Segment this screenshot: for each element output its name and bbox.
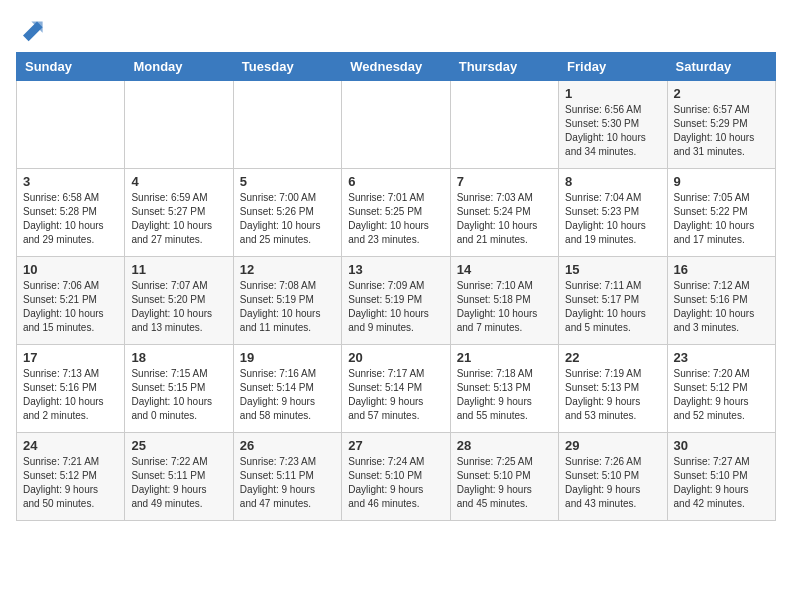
day-info: Sunrise: 7:23 AM Sunset: 5:11 PM Dayligh… (240, 455, 335, 511)
day-number: 22 (565, 350, 660, 365)
calendar-cell: 11Sunrise: 7:07 AM Sunset: 5:20 PM Dayli… (125, 257, 233, 345)
day-number: 19 (240, 350, 335, 365)
day-info: Sunrise: 6:59 AM Sunset: 5:27 PM Dayligh… (131, 191, 226, 247)
day-number: 12 (240, 262, 335, 277)
day-info: Sunrise: 7:12 AM Sunset: 5:16 PM Dayligh… (674, 279, 769, 335)
day-number: 6 (348, 174, 443, 189)
day-info: Sunrise: 7:25 AM Sunset: 5:10 PM Dayligh… (457, 455, 552, 511)
logo-icon (16, 16, 44, 44)
day-info: Sunrise: 7:15 AM Sunset: 5:15 PM Dayligh… (131, 367, 226, 423)
calendar-cell: 9Sunrise: 7:05 AM Sunset: 5:22 PM Daylig… (667, 169, 775, 257)
weekday-header-friday: Friday (559, 53, 667, 81)
calendar-cell: 14Sunrise: 7:10 AM Sunset: 5:18 PM Dayli… (450, 257, 558, 345)
day-info: Sunrise: 7:08 AM Sunset: 5:19 PM Dayligh… (240, 279, 335, 335)
day-number: 2 (674, 86, 769, 101)
day-number: 4 (131, 174, 226, 189)
calendar-cell: 13Sunrise: 7:09 AM Sunset: 5:19 PM Dayli… (342, 257, 450, 345)
logo (16, 16, 48, 44)
weekday-header-monday: Monday (125, 53, 233, 81)
day-info: Sunrise: 7:00 AM Sunset: 5:26 PM Dayligh… (240, 191, 335, 247)
calendar-cell: 7Sunrise: 7:03 AM Sunset: 5:24 PM Daylig… (450, 169, 558, 257)
day-info: Sunrise: 7:11 AM Sunset: 5:17 PM Dayligh… (565, 279, 660, 335)
calendar-cell: 3Sunrise: 6:58 AM Sunset: 5:28 PM Daylig… (17, 169, 125, 257)
day-number: 21 (457, 350, 552, 365)
day-info: Sunrise: 7:04 AM Sunset: 5:23 PM Dayligh… (565, 191, 660, 247)
calendar-cell: 6Sunrise: 7:01 AM Sunset: 5:25 PM Daylig… (342, 169, 450, 257)
day-info: Sunrise: 7:24 AM Sunset: 5:10 PM Dayligh… (348, 455, 443, 511)
day-number: 23 (674, 350, 769, 365)
calendar-cell: 5Sunrise: 7:00 AM Sunset: 5:26 PM Daylig… (233, 169, 341, 257)
day-info: Sunrise: 7:26 AM Sunset: 5:10 PM Dayligh… (565, 455, 660, 511)
calendar-cell (450, 81, 558, 169)
day-number: 25 (131, 438, 226, 453)
calendar-cell: 8Sunrise: 7:04 AM Sunset: 5:23 PM Daylig… (559, 169, 667, 257)
day-info: Sunrise: 6:56 AM Sunset: 5:30 PM Dayligh… (565, 103, 660, 159)
day-number: 3 (23, 174, 118, 189)
day-number: 16 (674, 262, 769, 277)
calendar-cell: 27Sunrise: 7:24 AM Sunset: 5:10 PM Dayli… (342, 433, 450, 521)
day-info: Sunrise: 7:03 AM Sunset: 5:24 PM Dayligh… (457, 191, 552, 247)
weekday-header-tuesday: Tuesday (233, 53, 341, 81)
calendar-cell: 1Sunrise: 6:56 AM Sunset: 5:30 PM Daylig… (559, 81, 667, 169)
day-number: 14 (457, 262, 552, 277)
day-info: Sunrise: 7:22 AM Sunset: 5:11 PM Dayligh… (131, 455, 226, 511)
calendar-cell: 26Sunrise: 7:23 AM Sunset: 5:11 PM Dayli… (233, 433, 341, 521)
day-number: 7 (457, 174, 552, 189)
calendar-cell: 21Sunrise: 7:18 AM Sunset: 5:13 PM Dayli… (450, 345, 558, 433)
calendar-header: SundayMondayTuesdayWednesdayThursdayFrid… (17, 53, 776, 81)
day-info: Sunrise: 7:18 AM Sunset: 5:13 PM Dayligh… (457, 367, 552, 423)
day-number: 17 (23, 350, 118, 365)
day-info: Sunrise: 7:06 AM Sunset: 5:21 PM Dayligh… (23, 279, 118, 335)
day-number: 15 (565, 262, 660, 277)
calendar-cell: 18Sunrise: 7:15 AM Sunset: 5:15 PM Dayli… (125, 345, 233, 433)
day-number: 30 (674, 438, 769, 453)
calendar-cell (125, 81, 233, 169)
calendar-cell: 24Sunrise: 7:21 AM Sunset: 5:12 PM Dayli… (17, 433, 125, 521)
day-info: Sunrise: 7:09 AM Sunset: 5:19 PM Dayligh… (348, 279, 443, 335)
day-info: Sunrise: 7:05 AM Sunset: 5:22 PM Dayligh… (674, 191, 769, 247)
day-info: Sunrise: 7:19 AM Sunset: 5:13 PM Dayligh… (565, 367, 660, 423)
day-number: 20 (348, 350, 443, 365)
weekday-header-sunday: Sunday (17, 53, 125, 81)
calendar-cell: 23Sunrise: 7:20 AM Sunset: 5:12 PM Dayli… (667, 345, 775, 433)
day-number: 28 (457, 438, 552, 453)
calendar-cell: 22Sunrise: 7:19 AM Sunset: 5:13 PM Dayli… (559, 345, 667, 433)
day-info: Sunrise: 6:57 AM Sunset: 5:29 PM Dayligh… (674, 103, 769, 159)
day-info: Sunrise: 7:16 AM Sunset: 5:14 PM Dayligh… (240, 367, 335, 423)
calendar-cell: 20Sunrise: 7:17 AM Sunset: 5:14 PM Dayli… (342, 345, 450, 433)
day-info: Sunrise: 7:17 AM Sunset: 5:14 PM Dayligh… (348, 367, 443, 423)
calendar-cell (342, 81, 450, 169)
day-number: 24 (23, 438, 118, 453)
day-number: 29 (565, 438, 660, 453)
day-number: 10 (23, 262, 118, 277)
calendar-cell (233, 81, 341, 169)
page-header (16, 16, 776, 44)
calendar-cell: 16Sunrise: 7:12 AM Sunset: 5:16 PM Dayli… (667, 257, 775, 345)
calendar-cell: 2Sunrise: 6:57 AM Sunset: 5:29 PM Daylig… (667, 81, 775, 169)
day-info: Sunrise: 6:58 AM Sunset: 5:28 PM Dayligh… (23, 191, 118, 247)
calendar-cell: 30Sunrise: 7:27 AM Sunset: 5:10 PM Dayli… (667, 433, 775, 521)
calendar-cell: 28Sunrise: 7:25 AM Sunset: 5:10 PM Dayli… (450, 433, 558, 521)
day-info: Sunrise: 7:07 AM Sunset: 5:20 PM Dayligh… (131, 279, 226, 335)
calendar-cell: 10Sunrise: 7:06 AM Sunset: 5:21 PM Dayli… (17, 257, 125, 345)
calendar-cell: 17Sunrise: 7:13 AM Sunset: 5:16 PM Dayli… (17, 345, 125, 433)
day-number: 8 (565, 174, 660, 189)
day-info: Sunrise: 7:27 AM Sunset: 5:10 PM Dayligh… (674, 455, 769, 511)
calendar-cell: 12Sunrise: 7:08 AM Sunset: 5:19 PM Dayli… (233, 257, 341, 345)
weekday-header-thursday: Thursday (450, 53, 558, 81)
weekday-header-wednesday: Wednesday (342, 53, 450, 81)
day-number: 18 (131, 350, 226, 365)
calendar-table: SundayMondayTuesdayWednesdayThursdayFrid… (16, 52, 776, 521)
day-info: Sunrise: 7:13 AM Sunset: 5:16 PM Dayligh… (23, 367, 118, 423)
day-info: Sunrise: 7:21 AM Sunset: 5:12 PM Dayligh… (23, 455, 118, 511)
calendar-cell (17, 81, 125, 169)
day-number: 11 (131, 262, 226, 277)
calendar-cell: 29Sunrise: 7:26 AM Sunset: 5:10 PM Dayli… (559, 433, 667, 521)
weekday-header-saturday: Saturday (667, 53, 775, 81)
calendar-cell: 4Sunrise: 6:59 AM Sunset: 5:27 PM Daylig… (125, 169, 233, 257)
day-number: 1 (565, 86, 660, 101)
day-info: Sunrise: 7:10 AM Sunset: 5:18 PM Dayligh… (457, 279, 552, 335)
day-info: Sunrise: 7:20 AM Sunset: 5:12 PM Dayligh… (674, 367, 769, 423)
calendar-cell: 25Sunrise: 7:22 AM Sunset: 5:11 PM Dayli… (125, 433, 233, 521)
calendar-cell: 19Sunrise: 7:16 AM Sunset: 5:14 PM Dayli… (233, 345, 341, 433)
